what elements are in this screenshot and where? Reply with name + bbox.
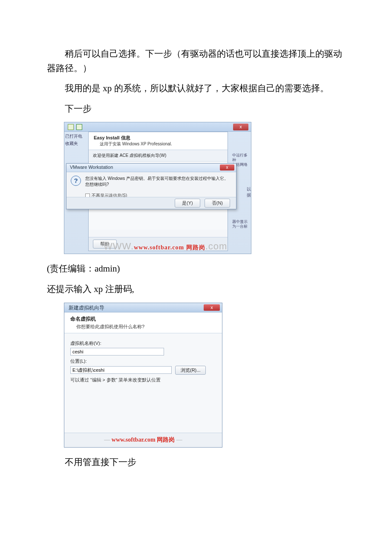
- new-vm-wizard-window: 新建虚拟机向导 x 命名虚拟机 你想要给此虚拟机使用什么名称? 虚拟机名称(V)…: [64, 303, 222, 448]
- dialog-message: 您没有输入 Windows 产品密钥。易于安装可能要求您在安装过程中输入它。您想…: [85, 176, 232, 188]
- confirm-dialog: VMware Workstation x ? 您没有输入 Windows 产品密…: [66, 163, 236, 209]
- paragraph-2: 我用的是 xp 的系统，所以默认就好了，大家根据自己的需要选择。: [47, 81, 345, 96]
- yes-button[interactable]: 是(Y): [175, 199, 200, 208]
- vm-location-label: 位置(L):: [70, 358, 216, 364]
- vm-location-input[interactable]: [70, 366, 172, 374]
- browse-button[interactable]: 浏览(R)...: [175, 366, 206, 375]
- watermark: WWW.www.softbar.com 网路岗.com: [104, 241, 227, 252]
- paragraph-6: 不用管直接下一步: [47, 455, 345, 470]
- wizard-title: Easy Install 信息: [94, 135, 222, 141]
- paragraph-1: 稍后可以自己选择。下一步（有驱动器的话也可以直接选择顶上的驱动器路径。）: [47, 47, 345, 75]
- question-icon: ?: [71, 176, 81, 186]
- screenshot-2: 新建虚拟机向导 x 命名虚拟机 你想要给此虚拟机使用什么名称? 虚拟机名称(V)…: [64, 303, 345, 448]
- wizard-header: Easy Install 信息 这用于安装 Windows XP Profess…: [89, 132, 228, 150]
- vm-name-label: 虚拟机名称(V):: [70, 340, 216, 347]
- wizard-welcome-row: 欢迎使用新建 ACE 虚拟机模板向导(W): [89, 150, 228, 162]
- vm-name-input[interactable]: [70, 348, 164, 356]
- right-hint-3: 器中显示为一台标: [232, 220, 251, 229]
- paragraph-5: 还提示输入 xp 注册码,: [47, 282, 345, 297]
- paragraph-3: 下一步: [47, 102, 345, 116]
- close-button[interactable]: x: [233, 124, 248, 130]
- dialog-titlebar: VMware Workstation x: [66, 164, 236, 172]
- play-icon[interactable]: [76, 124, 82, 130]
- paragraph-4: (责任编辑：admin): [47, 262, 345, 276]
- dialog-body: ? 您没有输入 Windows 产品密钥。易于安装可能要求您在安装过程中输入它。…: [66, 172, 236, 191]
- wizard-footer: — www.softbar.com 网路岗 —: [64, 433, 222, 447]
- wizard-step-subtitle: 你想要给此虚拟机使用什么名称?: [76, 324, 216, 330]
- sidebar-item-opened[interactable]: 已打开电: [65, 133, 86, 139]
- dialog-title: VMware Workstation: [70, 165, 113, 170]
- dialog-footer: 是(Y) 否(N): [66, 197, 236, 209]
- dialog-close-button[interactable]: x: [220, 165, 234, 171]
- window-toolbar: x: [64, 122, 251, 132]
- pause-icon[interactable]: [68, 124, 74, 130]
- screenshot-1: x 已打开电 收藏夹 中运行多种包括网络 以据 器中显示为一台标 Easy In…: [64, 122, 345, 254]
- sidebar-item-favorites[interactable]: 收藏夹: [65, 141, 86, 147]
- wizard-step-title: 命名虚拟机: [70, 315, 216, 323]
- close-button[interactable]: x: [204, 304, 220, 311]
- wizard-form: 虚拟机名称(V): 位置(L): 浏览(R)... 可以通过 "编辑 > 参数"…: [64, 333, 222, 387]
- vmware-wizard-window: x 已打开电 收藏夹 中运行多种包括网络 以据 器中显示为一台标 Easy In…: [64, 122, 251, 254]
- watermark: — www.softbar.com 网路岗 —: [104, 436, 182, 444]
- wizard-subtitle: 这用于安装 Windows XP Professional.: [100, 141, 222, 147]
- no-button[interactable]: 否(N): [205, 199, 230, 208]
- right-hint-2: 以据: [247, 186, 251, 198]
- wizard-header: 命名虚拟机 你想要给此虚拟机使用什么名称?: [64, 312, 222, 333]
- wizard-window-title: 新建虚拟机向导: [69, 305, 104, 311]
- wizard-titlebar: 新建虚拟机向导 x: [64, 303, 222, 312]
- sidebar: 已打开电 收藏夹: [64, 132, 87, 157]
- location-hint: 可以通过 "编辑 > 参数" 菜单来改变默认位置: [70, 377, 216, 383]
